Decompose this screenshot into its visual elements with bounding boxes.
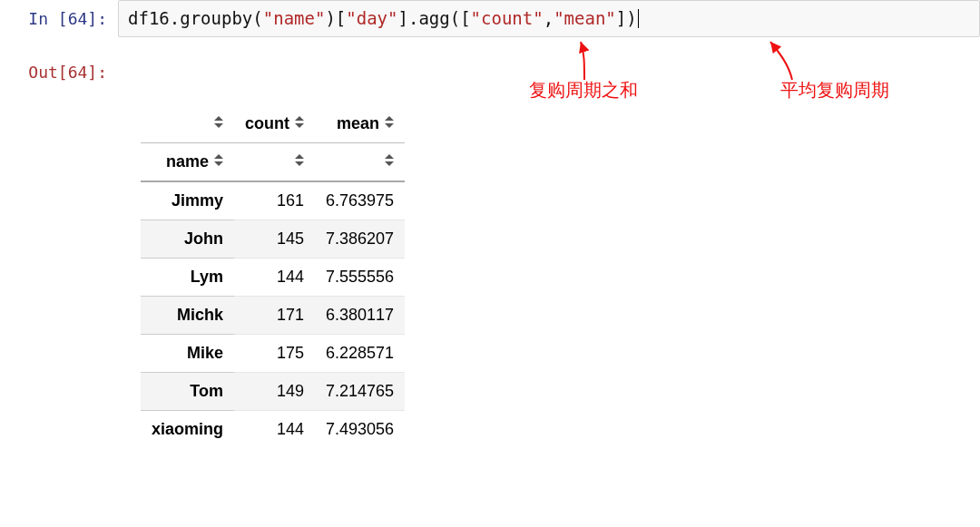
table-row[interactable]: Jimmy1616.763975 <box>141 181 405 220</box>
table-row[interactable]: John1457.386207 <box>141 220 405 258</box>
output-prompt: Out[64]: <box>0 54 118 83</box>
dataframe-table[interactable]: count mean name Jimmy1616.763975John1457… <box>141 105 405 448</box>
table-index-row: name <box>141 142 405 181</box>
cell-mean: 7.386207 <box>315 220 405 258</box>
row-index: xiaoming <box>141 410 234 448</box>
row-index: Lym <box>141 258 234 296</box>
input-prompt: In [64]: <box>0 0 118 37</box>
annotation-count: 复购周期之和 <box>529 78 638 102</box>
cell-count: 149 <box>234 372 315 410</box>
code-token: "name" <box>263 8 326 28</box>
index-label: name <box>166 152 209 171</box>
column-label: mean <box>337 114 379 132</box>
code-token: "day" <box>346 8 397 28</box>
column-label: count <box>245 114 289 132</box>
table-header-row: count mean <box>141 105 405 143</box>
cell-mean: 7.555556 <box>315 258 405 296</box>
code-token: groupby <box>180 8 252 28</box>
table-row[interactable]: Mike1756.228571 <box>141 334 405 372</box>
code-token: , <box>544 8 554 28</box>
index-name-header[interactable]: name <box>141 142 234 181</box>
cell-count: 144 <box>234 258 315 296</box>
table-row[interactable]: Tom1497.214765 <box>141 372 405 410</box>
table-row[interactable]: xiaoming1447.493056 <box>141 410 405 448</box>
code-token: ]) <box>616 8 637 28</box>
row-index: Michk <box>141 296 234 334</box>
row-index: Jimmy <box>141 181 234 220</box>
cell-mean: 6.763975 <box>315 181 405 220</box>
code-token: "mean" <box>554 8 616 28</box>
column-header-empty[interactable] <box>234 142 315 181</box>
cell-count: 144 <box>234 410 315 448</box>
row-index: Tom <box>141 372 234 410</box>
code-token: "count" <box>471 8 544 28</box>
code-token: )[ <box>325 8 346 28</box>
code-token: df16 <box>128 8 170 28</box>
cell-count: 171 <box>234 296 315 334</box>
text-cursor <box>638 9 639 28</box>
cell-mean: 6.228571 <box>315 334 405 372</box>
row-index: John <box>141 220 234 258</box>
column-header-empty[interactable] <box>315 142 405 181</box>
table-row[interactable]: Michk1716.380117 <box>141 296 405 334</box>
cell-mean: 7.493056 <box>315 410 405 448</box>
code-token: ]. <box>397 8 418 28</box>
annotation-mean: 平均复购周期 <box>780 78 889 102</box>
row-index: Mike <box>141 334 234 372</box>
code-token: agg <box>418 8 449 28</box>
column-header-count[interactable]: count <box>234 105 315 143</box>
code-input[interactable]: df16.groupby("name")["day"].agg(["count"… <box>118 0 980 37</box>
column-header-mean[interactable]: mean <box>315 105 405 143</box>
cell-count: 161 <box>234 181 315 220</box>
cell-mean: 7.214765 <box>315 372 405 410</box>
column-header-blank[interactable] <box>141 105 234 143</box>
cell-count: 175 <box>234 334 315 372</box>
code-token: . <box>170 8 180 28</box>
cell-mean: 6.380117 <box>315 296 405 334</box>
cell-count: 145 <box>234 220 315 258</box>
code-token: ([ <box>450 8 471 28</box>
table-row[interactable]: Lym1447.555556 <box>141 258 405 296</box>
input-cell: In [64]: df16.groupby("name")["day"].agg… <box>0 0 980 37</box>
code-token: ( <box>252 8 262 28</box>
output-area: count mean name Jimmy1616.763975John1457… <box>0 87 980 448</box>
